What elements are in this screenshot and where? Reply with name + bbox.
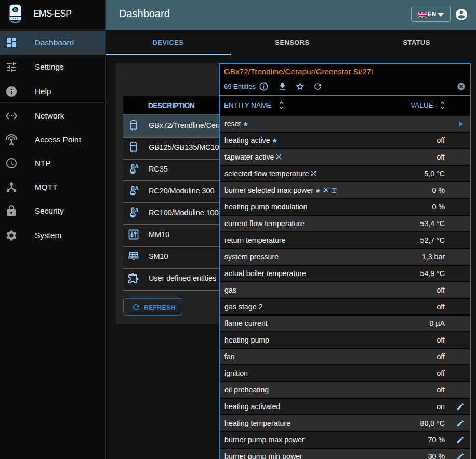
svg-text:A: A [135, 185, 139, 191]
svg-text:A: A [135, 163, 139, 169]
svg-text:A: A [135, 206, 139, 213]
